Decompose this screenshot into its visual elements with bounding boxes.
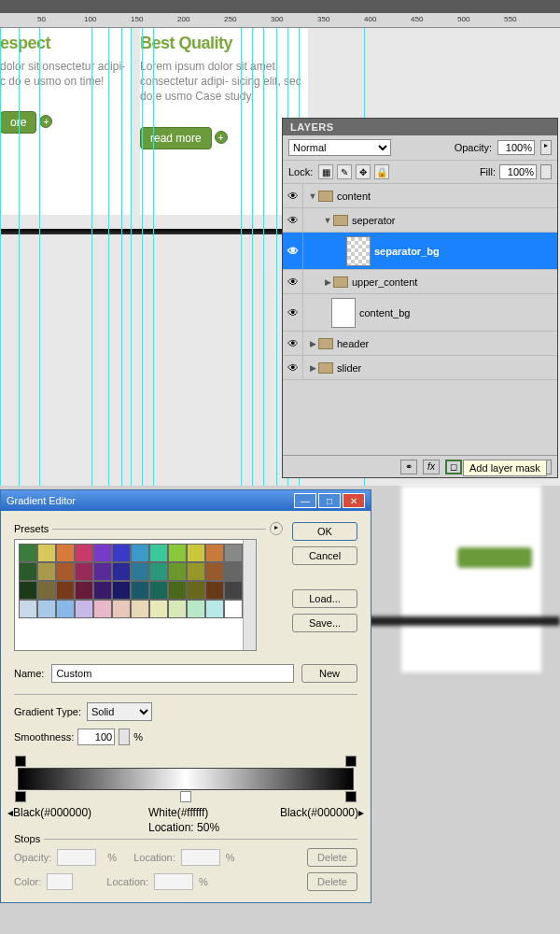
layer-row[interactable]: 👁 ▼ content	[283, 184, 557, 208]
preset-swatch[interactable]	[131, 562, 149, 581]
preset-swatch[interactable]	[75, 562, 93, 581]
lock-position-icon[interactable]: ✥	[356, 164, 371, 179]
preset-swatch[interactable]	[224, 562, 243, 581]
layer-row[interactable]: 👁 separator_bg	[283, 233, 557, 270]
preset-swatch[interactable]	[75, 544, 93, 562]
gradient-type-select[interactable]: Solid	[87, 702, 152, 721]
disclosure-icon[interactable]: ▼	[307, 191, 318, 201]
disclosure-icon[interactable]: ▶	[307, 339, 318, 348]
preset-swatch[interactable]	[112, 544, 131, 562]
preset-swatch[interactable]	[168, 581, 187, 600]
preset-swatch[interactable]	[56, 581, 75, 600]
disclosure-icon[interactable]: ▼	[322, 216, 333, 225]
preset-swatch[interactable]	[19, 581, 37, 600]
read-more-button[interactable]: read more+	[140, 127, 212, 149]
preset-swatch[interactable]	[112, 581, 131, 600]
preset-swatch[interactable]	[56, 544, 75, 562]
preset-swatch[interactable]	[93, 581, 112, 600]
preset-swatch[interactable]	[93, 544, 112, 562]
preset-swatch[interactable]	[19, 562, 37, 581]
preset-swatch[interactable]	[37, 581, 56, 600]
add-layer-mask-icon[interactable]: ◻	[445, 460, 462, 474]
visibility-icon[interactable]: 👁	[283, 208, 303, 232]
visibility-icon[interactable]: 👁	[283, 356, 303, 379]
layer-row[interactable]: 👁 ▶ slider	[283, 356, 557, 380]
layer-row[interactable]: 👁 ▶ upper_content	[283, 270, 557, 294]
fill-input[interactable]	[499, 164, 537, 179]
layer-row[interactable]: 👁 content_bg	[283, 294, 557, 332]
layer-thumbnail[interactable]	[331, 298, 356, 328]
opacity-stop[interactable]	[345, 756, 357, 767]
lock-pixels-icon[interactable]: ✎	[337, 164, 352, 179]
color-stop[interactable]	[180, 791, 191, 802]
dialog-titlebar[interactable]: Gradient Editor — □ ✕	[1, 490, 371, 511]
preset-swatch[interactable]	[168, 544, 187, 562]
preset-swatch[interactable]	[205, 600, 224, 618]
preset-swatch[interactable]	[168, 562, 187, 581]
layer-row[interactable]: 👁 ▶ header	[283, 332, 557, 356]
preset-swatch[interactable]	[56, 600, 75, 618]
visibility-icon[interactable]: 👁	[283, 184, 303, 207]
preset-swatch[interactable]	[112, 600, 131, 618]
ok-button[interactable]: OK	[292, 522, 357, 541]
color-stop[interactable]	[345, 791, 357, 802]
layer-fx-icon[interactable]: fx	[423, 460, 440, 474]
smoothness-flyout[interactable]	[119, 729, 130, 745]
link-layers-icon[interactable]: ⚭	[400, 460, 417, 474]
disclosure-icon[interactable]: ▶	[307, 363, 318, 373]
lock-all-icon[interactable]: 🔒	[374, 164, 389, 179]
maximize-icon[interactable]: □	[318, 493, 341, 508]
preset-swatch[interactable]	[37, 562, 56, 581]
preset-swatch[interactable]	[168, 600, 187, 618]
layer-thumbnail[interactable]	[346, 236, 371, 266]
fill-flyout[interactable]	[540, 164, 552, 179]
preset-swatch[interactable]	[19, 600, 37, 618]
preset-swatch[interactable]	[149, 581, 168, 600]
preset-swatch[interactable]	[187, 581, 205, 600]
opacity-input[interactable]	[497, 140, 535, 155]
delete-stop-button[interactable]: Delete	[307, 848, 357, 867]
opacity-stop[interactable]	[15, 756, 26, 767]
preset-swatch[interactable]	[187, 562, 205, 581]
preset-swatch[interactable]	[205, 544, 224, 562]
preset-swatch[interactable]	[187, 600, 205, 618]
visibility-icon[interactable]: 👁	[283, 294, 303, 331]
preset-swatch[interactable]	[224, 581, 243, 600]
visibility-icon[interactable]: 👁	[283, 270, 303, 293]
preset-swatch[interactable]	[75, 581, 93, 600]
new-button[interactable]: New	[301, 664, 357, 683]
preset-swatch[interactable]	[187, 544, 205, 562]
preset-swatch[interactable]	[224, 544, 243, 562]
preset-swatch[interactable]	[131, 581, 149, 600]
preset-swatch[interactable]	[93, 562, 112, 581]
preset-swatch[interactable]	[56, 562, 75, 581]
preset-swatch[interactable]	[37, 544, 56, 562]
gradient-bar[interactable]: ◂Black(#000000) White(#ffffff) Location:…	[18, 768, 354, 790]
preset-swatch[interactable]	[224, 600, 243, 618]
load-button[interactable]: Load...	[292, 589, 357, 608]
preset-swatch[interactable]	[93, 600, 112, 618]
panel-title[interactable]: LAYERS	[283, 119, 557, 135]
preset-swatch[interactable]	[149, 562, 168, 581]
presets-menu-icon[interactable]: ▸	[270, 522, 283, 535]
preset-swatch[interactable]	[205, 562, 224, 581]
preset-swatch[interactable]	[131, 600, 149, 618]
color-stop[interactable]	[15, 791, 26, 802]
scrollbar[interactable]	[243, 540, 256, 650]
preset-swatch[interactable]	[149, 544, 168, 562]
layer-row[interactable]: 👁 ▼ seperator	[283, 208, 557, 233]
preset-swatch[interactable]	[37, 600, 56, 618]
lock-transparency-icon[interactable]: ▦	[318, 164, 333, 179]
visibility-icon[interactable]: 👁	[283, 233, 303, 269]
minimize-icon[interactable]: —	[294, 493, 316, 508]
preset-swatch[interactable]	[112, 562, 131, 581]
preset-swatch[interactable]	[205, 581, 224, 600]
visibility-icon[interactable]: 👁	[283, 332, 303, 355]
preset-swatch[interactable]	[131, 544, 149, 562]
preset-swatch[interactable]	[149, 600, 168, 618]
preset-swatch[interactable]	[75, 600, 93, 618]
save-button[interactable]: Save...	[292, 614, 357, 632]
cancel-button[interactable]: Cancel	[292, 546, 357, 565]
smoothness-input[interactable]	[77, 729, 115, 745]
disclosure-icon[interactable]: ▶	[322, 277, 333, 287]
